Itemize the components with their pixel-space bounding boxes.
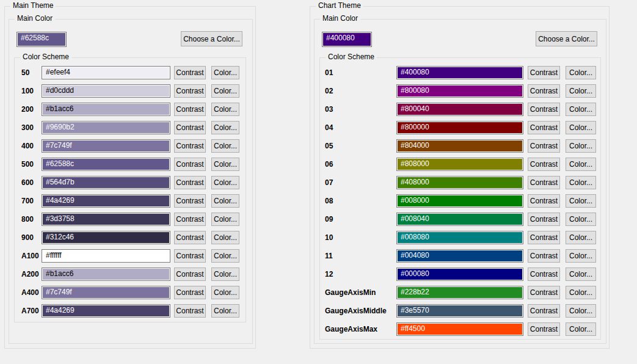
row-label: A200: [21, 268, 42, 281]
color-value-field[interactable]: #400080: [396, 66, 523, 79]
color-button[interactable]: Color...: [211, 84, 239, 98]
color-button[interactable]: Color...: [566, 139, 596, 153]
color-value-field[interactable]: #efeef4: [42, 66, 170, 79]
color-button[interactable]: Color...: [566, 322, 596, 336]
color-value-field[interactable]: #7c749f: [42, 286, 170, 299]
contrast-button[interactable]: Contrast: [174, 286, 206, 299]
color-value-field[interactable]: #4a4269: [42, 304, 170, 318]
contrast-button[interactable]: Contrast: [528, 103, 560, 116]
contrast-button[interactable]: Contrast: [174, 158, 206, 171]
contrast-button[interactable]: Contrast: [174, 231, 206, 244]
color-value-field[interactable]: #804000: [396, 139, 523, 153]
main-color-swatch: #400080: [322, 32, 372, 47]
color-value-field[interactable]: #800080: [396, 84, 523, 98]
contrast-button[interactable]: Contrast: [174, 213, 206, 226]
color-button[interactable]: Color...: [211, 231, 239, 244]
color-button[interactable]: Color...: [211, 213, 239, 226]
color-value-field[interactable]: #3e5570: [396, 304, 523, 318]
color-button[interactable]: Color...: [211, 304, 239, 318]
color-value-field[interactable]: #7c749f: [42, 139, 170, 153]
color-value-field[interactable]: #008000: [396, 194, 523, 208]
color-button[interactable]: Color...: [211, 139, 239, 153]
contrast-button[interactable]: Contrast: [528, 268, 560, 281]
choose-color-button[interactable]: Choose a Color...: [536, 31, 597, 46]
color-value-field[interactable]: #4a4269: [42, 194, 170, 208]
contrast-button[interactable]: Contrast: [174, 139, 206, 153]
contrast-button[interactable]: Contrast: [174, 304, 206, 318]
contrast-button[interactable]: Contrast: [528, 322, 560, 336]
contrast-button[interactable]: Contrast: [528, 213, 560, 226]
contrast-button[interactable]: Contrast: [528, 249, 560, 263]
contrast-button[interactable]: Contrast: [528, 176, 560, 189]
color-button[interactable]: Color...: [566, 304, 596, 318]
main-color-group: Main Color #400080 Choose a Color... Col…: [314, 19, 606, 344]
contrast-button[interactable]: Contrast: [174, 84, 206, 98]
color-value-field[interactable]: #3d3758: [42, 213, 170, 226]
color-value-field[interactable]: #564d7b: [42, 176, 170, 189]
choose-color-button[interactable]: Choose a Color...: [181, 31, 242, 46]
color-button[interactable]: Color...: [211, 66, 239, 79]
color-value-field[interactable]: #004080: [396, 249, 523, 263]
color-value-field[interactable]: #800000: [396, 121, 523, 134]
contrast-button[interactable]: Contrast: [174, 103, 206, 116]
color-button[interactable]: Color...: [566, 121, 596, 134]
color-scheme-group: Color Scheme 01#400080ContrastColor...02…: [319, 57, 601, 340]
row-label: 03: [325, 103, 396, 116]
color-scheme-row: 09#008040ContrastColor...: [320, 213, 600, 226]
contrast-button[interactable]: Contrast: [528, 194, 560, 208]
color-button[interactable]: Color...: [566, 176, 596, 189]
color-button[interactable]: Color...: [211, 194, 239, 208]
contrast-button[interactable]: Contrast: [528, 304, 560, 318]
color-value-field[interactable]: #9690b2: [42, 121, 170, 134]
color-value-field[interactable]: #008080: [396, 231, 523, 244]
color-button[interactable]: Color...: [211, 158, 239, 171]
contrast-button[interactable]: Contrast: [174, 268, 206, 281]
main-color-group-label: Main Color: [15, 14, 55, 23]
color-value-field[interactable]: #228b22: [396, 286, 523, 299]
contrast-button[interactable]: Contrast: [528, 231, 560, 244]
color-button[interactable]: Color...: [211, 103, 239, 116]
color-value-field[interactable]: #b1acc6: [42, 103, 170, 116]
contrast-button[interactable]: Contrast: [174, 249, 206, 263]
color-button[interactable]: Color...: [566, 249, 596, 263]
contrast-button[interactable]: Contrast: [174, 66, 206, 79]
color-button[interactable]: Color...: [211, 176, 239, 189]
color-value-field[interactable]: #ff4500: [396, 322, 523, 336]
color-button[interactable]: Color...: [566, 158, 596, 171]
row-label: 600: [21, 176, 42, 189]
color-button[interactable]: Color...: [566, 84, 596, 98]
color-button[interactable]: Color...: [211, 286, 239, 299]
color-value-field[interactable]: #d0cddd: [42, 84, 170, 98]
contrast-button[interactable]: Contrast: [528, 84, 560, 98]
color-value-field[interactable]: #808000: [396, 158, 523, 171]
contrast-button[interactable]: Contrast: [528, 286, 560, 299]
color-value-field[interactable]: #b1acc6: [42, 268, 170, 281]
color-button[interactable]: Color...: [566, 194, 596, 208]
contrast-button[interactable]: Contrast: [528, 139, 560, 153]
color-value-field[interactable]: #408000: [396, 176, 523, 189]
row-label: 08: [325, 194, 396, 208]
color-button[interactable]: Color...: [211, 121, 239, 134]
color-button[interactable]: Color...: [566, 103, 596, 116]
row-label: 800: [21, 213, 42, 226]
contrast-button[interactable]: Contrast: [528, 121, 560, 134]
color-button[interactable]: Color...: [566, 66, 596, 79]
color-value-field[interactable]: #ffffff: [42, 249, 170, 263]
color-value-field[interactable]: #800040: [396, 103, 523, 116]
contrast-button[interactable]: Contrast: [174, 121, 206, 134]
color-value-field[interactable]: #008040: [396, 213, 523, 226]
contrast-button[interactable]: Contrast: [174, 176, 206, 189]
color-button[interactable]: Color...: [211, 249, 239, 263]
contrast-button[interactable]: Contrast: [528, 158, 560, 171]
contrast-button[interactable]: Contrast: [528, 66, 560, 79]
color-button[interactable]: Color...: [566, 213, 596, 226]
color-value-field[interactable]: #000080: [396, 268, 523, 281]
color-button[interactable]: Color...: [566, 268, 596, 281]
contrast-button[interactable]: Contrast: [174, 194, 206, 208]
color-scheme-group-label: Color Scheme: [326, 53, 377, 62]
color-button[interactable]: Color...: [566, 231, 596, 244]
color-button[interactable]: Color...: [211, 268, 239, 281]
color-button[interactable]: Color...: [566, 286, 596, 299]
color-value-field[interactable]: #62588c: [42, 158, 170, 171]
color-value-field[interactable]: #312c46: [42, 231, 170, 244]
